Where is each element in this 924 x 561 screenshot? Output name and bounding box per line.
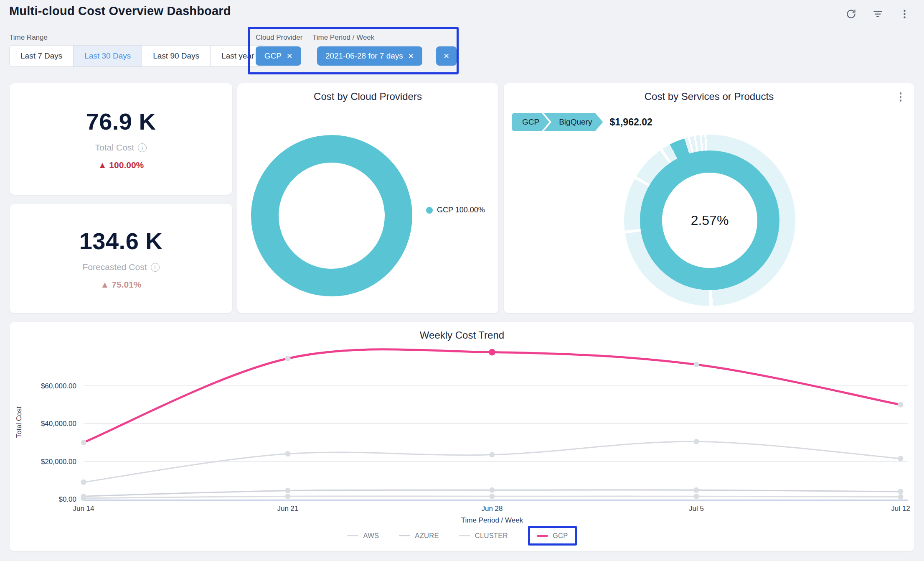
legend-item-cluster[interactable]: CLUSTER (459, 532, 508, 540)
y-axis-title: Total Cost (15, 406, 23, 438)
data-point-aws-jun-14[interactable] (81, 479, 86, 485)
data-point-gcp-jun-21[interactable] (285, 356, 291, 361)
y-tick-label: $40,000.00 (41, 420, 76, 428)
total-cost-value: 76.9 K (86, 108, 156, 135)
data-point-cluster-jun-14[interactable] (81, 495, 86, 501)
time-range-label: Time Range (9, 33, 48, 42)
data-point-cluster-jun-21[interactable] (285, 494, 291, 499)
services-center-percentage: 2.57% (691, 213, 729, 228)
legend-label: GCP (553, 532, 568, 540)
legend-dash (537, 535, 548, 537)
series-line-gcp (84, 349, 901, 443)
total-cost-label: Total Cost (95, 143, 134, 153)
data-point-aws-jul-12[interactable] (898, 456, 904, 461)
weekly-cost-trend-card: Weekly Cost Trend $60,000.00$40,000.00$2… (10, 322, 914, 551)
filter-icon[interactable] (870, 6, 886, 22)
total-cost-delta: ▲ 100.00% (98, 160, 144, 170)
info-icon[interactable]: i (151, 263, 160, 272)
x-tick-label: Jul 12 (891, 505, 910, 513)
data-point-aws-jul-5[interactable] (694, 439, 699, 444)
breadcrumb: GCPBigQuery$1,962.02 (512, 113, 652, 131)
time-period-chip[interactable]: 2021-06-28 for 7 days ✕ (317, 46, 422, 66)
legend-item-azure[interactable]: AZURE (399, 532, 439, 540)
data-point-gcp-jul-5[interactable] (694, 362, 699, 367)
time-range-option-last-30-days[interactable]: Last 30 Days (74, 46, 142, 66)
info-icon[interactable]: i (138, 143, 147, 152)
legend-dash (459, 535, 470, 536)
close-icon: ✕ (443, 53, 449, 60)
more-options-icon[interactable] (896, 6, 912, 22)
data-point-cluster-jun-28[interactable] (490, 494, 495, 499)
data-point-gcp-jun-14[interactable] (81, 440, 86, 445)
forecasted-cost-card: 134.6 K Forecasted Cost i ▲ 75.01% (10, 204, 232, 313)
y-tick-label: $0.00 (58, 495, 76, 503)
legend-dash (347, 535, 358, 536)
providers-chart-title: Cost by Cloud Providers (237, 91, 498, 102)
legend-label: CLUSTER (475, 532, 508, 540)
x-tick-label: Jun 14 (73, 505, 94, 513)
time-range-option-last-7-days[interactable]: Last 7 Days (10, 46, 74, 66)
time-range-option-last-90-days[interactable]: Last 90 Days (142, 46, 211, 66)
x-axis-title: Time Period / Week (461, 516, 523, 524)
total-cost-card: 76.9 K Total Cost i ▲ 100.00% (10, 83, 232, 195)
legend-dash (399, 535, 410, 536)
cost-by-services-card: Cost by Services or Products GCPBigQuery… (504, 83, 914, 313)
data-point-gcp-jul-12[interactable] (898, 402, 904, 408)
forecasted-cost-value: 134.6 K (79, 227, 163, 255)
cloud-provider-label: Cloud Provider (256, 33, 302, 42)
cloud-provider-chip[interactable]: GCP ✕ (256, 46, 301, 66)
legend-label: GCP 100.00% (437, 206, 485, 214)
refresh-icon[interactable] (843, 6, 859, 22)
legend-label: AWS (363, 532, 379, 540)
x-tick-label: Jul 5 (689, 505, 704, 513)
data-point-aws-jun-28[interactable] (490, 452, 495, 457)
legend-item-aws[interactable]: AWS (347, 532, 379, 540)
data-point-cluster-jul-5[interactable] (694, 494, 699, 499)
legend-label: AZURE (415, 532, 439, 540)
data-point-cluster-jul-12[interactable] (898, 494, 904, 500)
series-line-aws (84, 441, 901, 482)
chip-close-icon[interactable]: ✕ (287, 53, 292, 60)
annotation-box-legend-gcp[interactable]: GCP (528, 526, 577, 546)
x-tick-label: Jun 21 (277, 505, 298, 513)
breadcrumb-amount: $1,962.02 (609, 117, 652, 128)
trend-line-chart[interactable]: $60,000.00$40,000.00$20,000.00$0.00Total… (10, 322, 914, 551)
breadcrumb-chip-gcp[interactable]: GCP (512, 113, 549, 131)
y-tick-label: $20,000.00 (41, 458, 76, 466)
time-period-label: Time Period / Week (312, 33, 374, 42)
clear-filters-button[interactable]: ✕ (436, 46, 457, 66)
data-point-azure-jun-28[interactable] (490, 487, 495, 493)
cloud-provider-chip-label: GCP (264, 51, 282, 61)
page-title: Multi-cloud Cost Overview Dashboard (9, 4, 231, 18)
x-tick-label: Jun 28 (481, 505, 503, 513)
chip-close-icon[interactable]: ✕ (408, 53, 414, 60)
data-point-aws-jun-21[interactable] (285, 451, 291, 456)
breadcrumb-chip-bigquery[interactable]: BigQuery (544, 113, 603, 131)
services-donut-center: 2.57% (662, 173, 757, 268)
forecasted-cost-label: Forecasted Cost (82, 262, 147, 272)
data-point-azure-jul-12[interactable] (898, 489, 904, 494)
time-range-segmented-control: Last 7 DaysLast 30 DaysLast 90 DaysLast … (9, 45, 265, 67)
card-menu-icon[interactable] (895, 92, 906, 102)
data-point-azure-jul-5[interactable] (694, 487, 699, 493)
forecasted-cost-delta: ▲ 75.01% (101, 280, 142, 290)
data-point-gcp-jun-28[interactable] (489, 349, 495, 356)
legend-dot (426, 207, 433, 214)
providers-donut-chart[interactable] (251, 135, 412, 296)
cost-by-cloud-providers-card: Cost by Cloud Providers GCP 100.00% (237, 83, 498, 313)
y-tick-label: $60,000.00 (41, 382, 76, 390)
header-actions (843, 6, 912, 22)
data-point-azure-jun-21[interactable] (285, 488, 291, 493)
trend-legend: AWSAZURECLUSTERGCP (10, 526, 914, 546)
time-period-chip-label: 2021-06-28 for 7 days (325, 51, 403, 61)
services-chart-title: Cost by Services or Products (504, 91, 914, 102)
providers-legend-item-gcp[interactable]: GCP 100.00% (426, 206, 485, 214)
